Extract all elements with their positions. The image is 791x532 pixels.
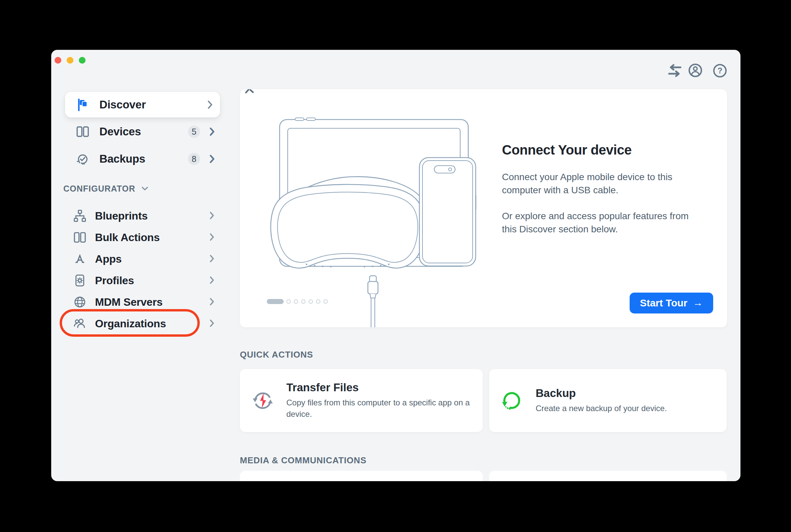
clipped-illustration-fragment — [244, 89, 255, 95]
profiles-icon — [73, 274, 87, 287]
chevron-right-icon — [210, 255, 215, 263]
chevron-down-icon — [142, 187, 148, 191]
sidebar-item-label: Bulk Actions — [95, 231, 160, 244]
backup-card[interactable]: Backup Create a new backup of your devic… — [489, 369, 726, 432]
carousel-dot-active[interactable] — [267, 299, 284, 304]
chevron-right-icon — [210, 155, 215, 163]
app-store-icon — [73, 252, 87, 266]
hero-card: Connect Your device Connect your Apple m… — [240, 89, 727, 327]
sidebar-item-label: Discover — [99, 98, 146, 111]
sync-lightning-icon — [251, 389, 274, 412]
sidebar-item-label: Apps — [95, 253, 122, 265]
devices-illustration — [267, 116, 482, 327]
sidebar-section-configurator[interactable]: CONFIGURATOR — [63, 184, 148, 194]
blueprints-icon — [73, 209, 87, 223]
start-tour-label: Start Tour — [640, 297, 687, 309]
globe-icon — [73, 295, 87, 309]
carousel-dot[interactable] — [286, 299, 291, 304]
card-description: Copy files from this computer to a speci… — [286, 397, 480, 420]
chevron-right-icon — [210, 233, 215, 242]
transfer-files-card[interactable]: Transfer Files Copy files from this comp… — [240, 369, 483, 432]
sidebar-item-devices[interactable]: Devices 5 — [65, 121, 220, 142]
sidebar-item-label: Organizations — [95, 318, 166, 330]
sidebar-item-mdm-servers[interactable]: MDM Servers — [65, 291, 220, 313]
start-tour-button[interactable]: Start Tour → — [630, 292, 713, 314]
carousel-dot[interactable] — [301, 299, 306, 304]
carousel-dot[interactable] — [324, 299, 328, 304]
media-communications-heading: MEDIA & COMMUNICATIONS — [240, 455, 367, 466]
partial-card[interactable] — [489, 471, 726, 481]
organizations-people-icon — [73, 317, 87, 330]
backup-clock-icon — [75, 152, 90, 166]
sidebar-item-label: Blueprints — [95, 210, 148, 222]
minimize-window-button[interactable] — [67, 57, 73, 64]
help-glyph: ? — [718, 66, 723, 75]
backup-restore-icon — [501, 389, 523, 412]
section-label-text: CONFIGURATOR — [63, 184, 135, 194]
hero-paragraph-1: Connect your Apple mobile device to this… — [502, 170, 704, 197]
close-window-button[interactable] — [55, 57, 61, 64]
hero-paragraph-2: Or explore and access popular features f… — [502, 209, 704, 236]
card-title: Transfer Files — [286, 381, 480, 394]
card-title: Backup — [536, 387, 667, 400]
partial-card[interactable] — [240, 471, 483, 481]
sidebar-item-label: Devices — [99, 125, 141, 138]
sidebar-item-label: MDM Servers — [95, 296, 163, 308]
sidebar-item-bulk-actions[interactable]: Bulk Actions — [65, 227, 220, 248]
quick-actions-heading: QUICK ACTIONS — [240, 349, 313, 360]
sidebar-item-label: Backups — [99, 153, 145, 165]
chevron-right-icon — [210, 212, 215, 220]
sidebar-item-backups[interactable]: Backups 8 — [65, 148, 220, 170]
carousel-dot[interactable] — [294, 299, 298, 304]
app-window: ? Discover Devices 5 — [51, 50, 740, 481]
bulk-actions-icon — [73, 231, 87, 244]
carousel-dot[interactable] — [309, 299, 313, 304]
count-badge: 5 — [188, 126, 200, 138]
arrow-right-icon: → — [693, 297, 703, 308]
count-badge: 8 — [188, 153, 200, 165]
hero-title: Connect Your device — [502, 142, 704, 157]
chevron-right-icon — [210, 298, 215, 306]
sidebar-item-label: Profiles — [95, 274, 134, 287]
devices-icon — [75, 125, 90, 138]
sidebar-item-organizations[interactable]: Organizations — [65, 313, 220, 334]
carousel-dot[interactable] — [316, 299, 320, 304]
card-description: Create a new backup of your device. — [536, 403, 667, 414]
chevron-right-icon — [208, 101, 213, 109]
sidebar-item-apps[interactable]: Apps — [65, 248, 220, 270]
zoom-window-button[interactable] — [79, 57, 86, 64]
chevron-right-icon — [210, 277, 215, 285]
sidebar-item-blueprints[interactable]: Blueprints — [65, 205, 220, 227]
transfer-devices-icon[interactable] — [667, 63, 682, 79]
sidebar-item-discover[interactable]: Discover — [65, 92, 220, 117]
help-icon[interactable]: ? — [713, 64, 726, 77]
screenshot-stage: ? Discover Devices 5 — [0, 0, 791, 532]
account-icon[interactable] — [688, 63, 702, 79]
chevron-right-icon — [210, 320, 215, 328]
sidebar-item-profiles[interactable]: Profiles — [65, 270, 220, 291]
flag-icon — [75, 98, 90, 111]
chevron-right-icon — [210, 128, 215, 136]
